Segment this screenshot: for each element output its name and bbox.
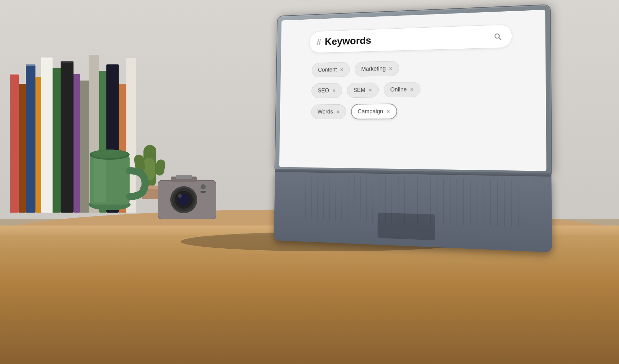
tag-sem-label: SEM [353, 87, 365, 93]
tag-marketing[interactable]: Marketing ✕ [355, 61, 399, 77]
tag-online-label: Online [390, 86, 407, 93]
tags-row-3: Words ✕ Campaign ✕ [311, 102, 509, 119]
tag-words[interactable]: Words ✕ [311, 104, 346, 119]
tag-sem[interactable]: SEM ✕ [347, 82, 379, 98]
tag-marketing-close[interactable]: ✕ [389, 66, 393, 71]
tag-content[interactable]: Content ✕ [312, 62, 350, 78]
tag-words-close[interactable]: ✕ [336, 109, 339, 114]
tag-content-close[interactable]: ✕ [340, 67, 343, 72]
tag-campaign-close[interactable]: ✕ [386, 109, 390, 114]
tag-content-label: Content [318, 66, 337, 73]
laptop-screen-outer: # Keywords Content ✕ [275, 5, 551, 174]
tag-seo[interactable]: SEO ✕ [311, 83, 342, 98]
search-icon[interactable] [492, 30, 504, 43]
tags-row-1: Content ✕ Marketing ✕ [312, 58, 509, 78]
tag-campaign[interactable]: Campaign ✕ [351, 103, 397, 119]
laptop: # Keywords Content ✕ [274, 5, 552, 252]
tag-seo-close[interactable]: ✕ [332, 88, 336, 93]
laptop-screen-display: # Keywords Content ✕ [279, 10, 546, 171]
tag-campaign-label: Campaign [358, 108, 383, 115]
search-bar[interactable]: # Keywords [309, 24, 512, 53]
tag-seo-label: SEO [318, 87, 329, 94]
tag-sem-close[interactable]: ✕ [368, 88, 372, 93]
tag-marketing-label: Marketing [361, 65, 386, 72]
tags-area: Content ✕ Marketing ✕ SEO ✕ [308, 58, 513, 119]
hash-symbol: # [317, 37, 321, 47]
tag-online[interactable]: Online ✕ [384, 82, 420, 97]
laptop-keyboard [274, 172, 552, 253]
tag-words-label: Words [318, 109, 333, 115]
screen-content: # Keywords Content ✕ [308, 24, 513, 120]
tags-row-2: SEO ✕ SEM ✕ Online ✕ [311, 80, 509, 98]
svg-line-50 [499, 37, 501, 40]
laptop-trackpad[interactable] [377, 212, 435, 241]
search-title: Keywords [325, 31, 492, 48]
tag-online-close[interactable]: ✕ [410, 87, 414, 92]
